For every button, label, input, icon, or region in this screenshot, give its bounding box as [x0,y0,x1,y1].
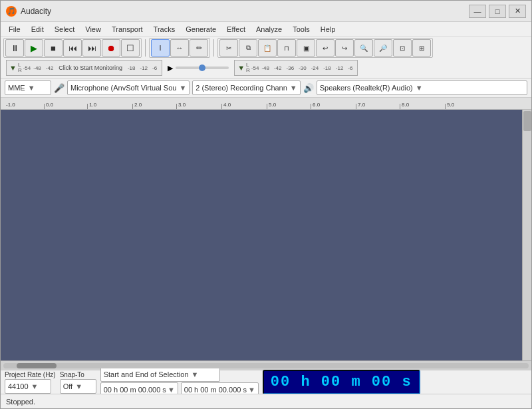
edit-tool-section: I ↔ ✏ [149,38,210,58]
volume-icon: ▼ [9,64,17,72]
status-bar: Stopped. [1,394,531,408]
menu-tracks[interactable]: Tracks [148,24,181,35]
menu-bar: File Edit Select View Transport Tracks G… [1,22,531,37]
ruler-mark-9: 9.0 [447,102,454,108]
menu-analyze[interactable]: Analyze [251,24,287,35]
loop-button[interactable]: ☐ [121,39,140,57]
menu-select[interactable]: Select [49,24,80,35]
lr-label-left: LR [18,63,22,73]
ruler-mark-1: 1.0 [89,102,96,108]
vertical-scrollbar[interactable] [522,110,531,360]
stop-button[interactable]: ■ [44,39,63,57]
cut-button[interactable]: ✂ [219,39,238,57]
microphone-select[interactable]: Microphone (AnvSoft Virtual Sou ▼ [67,80,190,95]
zoom-fit-button[interactable]: ⊞ [412,39,431,57]
paste-button[interactable]: 📋 [258,39,277,57]
project-rate-label: Project Rate (Hz) [5,371,56,378]
copy-button[interactable]: ⧉ [239,39,257,57]
snap-to-label: Snap-To [60,371,84,378]
channels-select[interactable]: 2 (Stereo) Recording Chann ▼ [192,80,300,95]
toolbar-sep-1 [145,39,146,57]
maximize-button[interactable]: □ [489,5,506,18]
menu-effect[interactable]: Effect [221,24,251,35]
h-scroll-thumb[interactable] [17,363,57,368]
zoom-out-button[interactable]: 🔎 [374,39,392,57]
menu-tools[interactable]: Tools [287,24,315,35]
envelope-tool[interactable]: ↔ [170,39,189,57]
menu-generate[interactable]: Generate [180,24,221,35]
project-rate-select[interactable]: 44100 ▼ [5,379,51,394]
silence-button[interactable]: ▣ [297,39,315,57]
ruler-mark-4: 4.0 [223,102,231,108]
ruler-mark-6: 6.0 [313,102,320,108]
speaker-icon: 🔊 [303,83,314,93]
record-button[interactable]: ⏺ [102,39,120,57]
main-window: 🎵 Audacity — □ ✕ File Edit Select View T… [0,0,532,409]
redo-button[interactable]: ↪ [335,39,354,57]
toolbar-row-1: ⏸ ▶ ■ ⏮ ⏭ ⏺ ☐ I ↔ ✏ ✂ ⧉ 📋 ⊓ ▣ [3,38,529,58]
monitor-label[interactable]: Click to Start Monitoring [59,65,122,71]
app-icon: 🎵 [6,6,17,17]
select-tool[interactable]: I [151,39,170,57]
skip-back-button[interactable]: ⏮ [63,39,82,57]
ruler-mark-3: 3.0 [178,102,186,108]
host-select[interactable]: MME ▼ [5,80,51,95]
playback-icon: ▶ [168,64,173,72]
bottom-bar: Project Rate (Hz) 44100 ▼ Snap-To Off ▼ … [1,370,531,394]
skip-forward-button[interactable]: ⏭ [82,39,101,57]
close-button[interactable]: ✕ [509,5,526,18]
ruler-mark-7: 7.0 [358,102,365,108]
zoom-in-button[interactable]: 🔍 [354,39,373,57]
vu-row: ▼ LR -54-48-42 Click to Start Monitoring… [3,59,529,76]
device-row: MME ▼ 🎤 Microphone (AnvSoft Virtual Sou … [1,78,531,98]
menu-help[interactable]: Help [315,24,341,35]
menu-edit[interactable]: Edit [26,24,49,35]
zoom-sel-button[interactable]: ⊡ [393,39,412,57]
menu-file[interactable]: File [3,24,26,35]
trim-button[interactable]: ⊓ [277,39,296,57]
horizontal-scrollbar[interactable] [1,360,531,370]
ruler-mark-8: 8.0 [402,102,409,108]
undo-button[interactable]: ↩ [316,39,334,57]
window-controls: — □ ✕ [469,5,526,18]
ruler-mark-2: 2.0 [134,102,142,108]
input-level-ruler: -54-48-42 Click to Start Monitoring -18-… [23,65,159,71]
snap-to-select[interactable]: Off ▼ [60,379,96,394]
play-button[interactable]: ▶ [25,39,43,57]
menu-view[interactable]: View [80,24,106,35]
ruler-mark-0: 0.0 [46,102,53,108]
lr-label-right: LR [246,63,250,73]
ruler-mark-5: 5.0 [269,102,276,108]
title-bar: 🎵 Audacity — □ ✕ [1,1,531,22]
minimize-button[interactable]: — [469,5,486,18]
output-level-ruler: -54-48-42-36 -30-24-18 -12-6 [251,65,355,71]
output-volume-icon: ▼ [237,64,245,72]
ruler-mark-neg1: -1.0 [6,102,15,108]
toolbar-area: ⏸ ▶ ■ ⏮ ⏭ ⏺ ☐ I ↔ ✏ ✂ ⧉ 📋 ⊓ ▣ [1,37,531,78]
big-time-display: 00 h 00 m 00 s [263,370,420,394]
vertical-scroll-thumb[interactable] [523,111,531,131]
window-title: Audacity [21,7,469,16]
status-text: Stopped. [6,398,35,406]
timeline-ruler: -1.0 0.0 1.0 2.0 3.0 4.0 5.0 6.0 7.0 8.0… [1,98,531,110]
h-scroll-track [3,363,529,368]
speaker-select[interactable]: Speakers (Realtek(R) Audio) ▼ [317,80,527,95]
transport-controls: ⏸ ▶ ■ ⏮ ⏭ ⏺ ☐ [3,38,142,58]
menu-transport[interactable]: Transport [106,24,148,35]
microphone-icon: 🎤 [54,83,65,93]
draw-tool[interactable]: ✏ [190,39,208,57]
track-area[interactable] [1,110,531,360]
pause-button[interactable]: ⏸ [5,39,24,57]
toolbar-sep-2 [213,39,214,57]
selection-type-select[interactable]: Start and End of Selection ▼ [100,367,220,382]
volume-slider-thumb[interactable] [199,65,205,71]
clipboard-section: ✂ ⧉ 📋 ⊓ ▣ ↩ ↪ 🔍 🔎 ⊡ ⊞ [217,38,433,58]
